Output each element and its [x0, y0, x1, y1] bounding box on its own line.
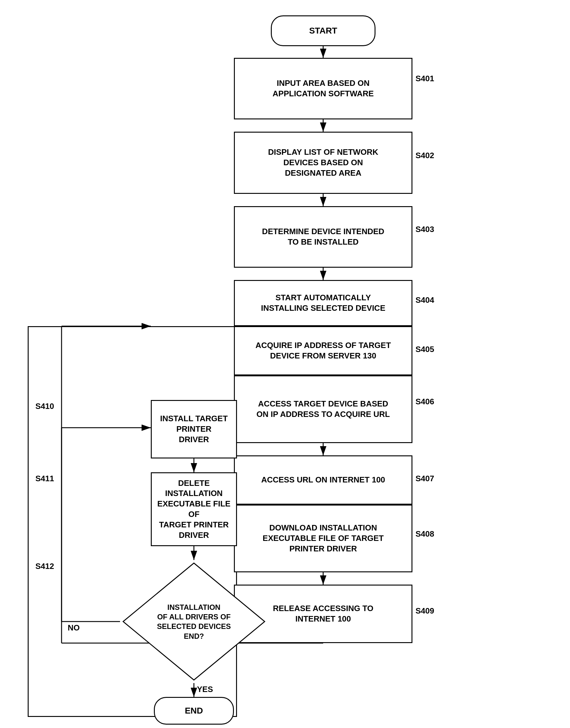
s401-step: S401 [415, 74, 434, 83]
s410-process: INSTALL TARGET PRINTERDRIVER [151, 400, 237, 458]
s408-label: DOWNLOAD INSTALLATIONEXECUTABLE FILE OF … [263, 523, 383, 554]
s404-label: START AUTOMATICALLYINSTALLING SELECTED D… [261, 293, 385, 314]
s402-label: DISPLAY LIST OF NETWORKDEVICES BASED OND… [268, 147, 378, 178]
s407-process: ACCESS URL ON INTERNET 100 [234, 455, 412, 504]
s406-step: S406 [415, 397, 434, 406]
flowchart: START INPUT AREA BASED ONAPPLICATION SOF… [0, 0, 570, 728]
s405-step: S405 [415, 345, 434, 354]
s407-step: S407 [415, 474, 434, 483]
no-label: NO [68, 623, 80, 633]
end-terminal: END [154, 697, 234, 725]
s403-step: S403 [415, 225, 434, 234]
yes-label: YES [197, 685, 213, 694]
s412-step: S412 [35, 562, 54, 571]
s401-label: INPUT AREA BASED ONAPPLICATION SOFTWARE [273, 78, 374, 99]
s409-step: S409 [415, 606, 434, 616]
s412-label: INSTALLATIONOF ALL DRIVERS OFSELECTED DE… [135, 603, 253, 641]
s405-process: ACQUIRE IP ADDRESS OF TARGETDEVICE FROM … [234, 326, 412, 375]
s409-label: RELEASE ACCESSING TOINTERNET 100 [273, 603, 374, 624]
s411-process: DELETE INSTALLATIONEXECUTABLE FILE OFTAR… [151, 472, 237, 546]
s408-step: S408 [415, 529, 434, 539]
s405-label: ACQUIRE IP ADDRESS OF TARGETDEVICE FROM … [255, 340, 391, 361]
start-terminal: START [271, 15, 375, 46]
s411-label: DELETE INSTALLATIONEXECUTABLE FILE OFTAR… [152, 478, 236, 540]
s406-label: ACCESS TARGET DEVICE BASEDON IP ADDRESS … [256, 399, 390, 420]
s411-step: S411 [35, 474, 54, 483]
s404-process: START AUTOMATICALLYINSTALLING SELECTED D… [234, 280, 412, 326]
s406-process: ACCESS TARGET DEVICE BASEDON IP ADDRESS … [234, 375, 412, 443]
s407-label: ACCESS URL ON INTERNET 100 [261, 475, 385, 485]
s410-label: INSTALL TARGET PRINTERDRIVER [152, 413, 236, 445]
s401-process: INPUT AREA BASED ONAPPLICATION SOFTWARE [234, 58, 412, 119]
s410-step: S410 [35, 402, 54, 411]
s412-decision: INSTALLATIONOF ALL DRIVERS OFSELECTED DE… [120, 560, 268, 683]
end-label: END [185, 706, 203, 716]
s404-step: S404 [415, 295, 434, 305]
s403-label: DETERMINE DEVICE INTENDEDTO BE INSTALLED [262, 227, 384, 247]
s402-step: S402 [415, 151, 434, 160]
s402-process: DISPLAY LIST OF NETWORKDEVICES BASED OND… [234, 132, 412, 194]
s403-process: DETERMINE DEVICE INTENDEDTO BE INSTALLED [234, 206, 412, 268]
start-label: START [309, 26, 337, 36]
